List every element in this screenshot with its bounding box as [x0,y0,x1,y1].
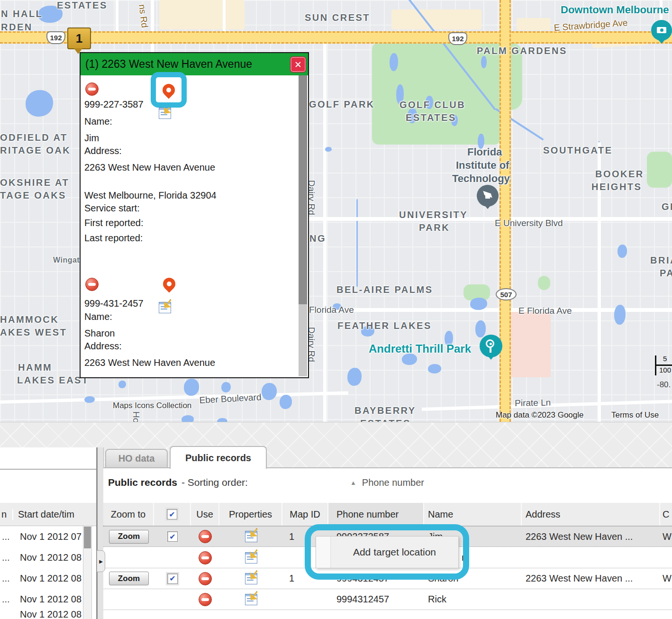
tab-ho-data[interactable]: HO data [105,449,168,468]
map-label: SUN CREST [305,12,370,23]
record-address: 2263 West New Haven Avenue [84,162,215,173]
column-header-use[interactable]: Use [191,503,219,526]
popup-title: (1) 2263 West New Haven Avenue [81,58,252,71]
map-label: BEL-AIRE PALMS [336,284,433,295]
pin-tail [487,355,495,364]
map-canvas[interactable]: ESTATESN HALLRDENSUN CRESTPALM GARDENSGO… [0,0,672,422]
highlight-annotation-menu [305,524,469,580]
cell-address: 2263 West New Haven ... [522,527,660,546]
table-row[interactable]: Nov 1 2012 08 [0,610,83,619]
map-label: UNIVERSITY [399,209,468,220]
column-header-start-datetime[interactable]: Start date/tim [13,509,96,520]
route-shield-192: 192 [448,32,467,45]
map-label: GOLF CLUB [400,100,465,110]
scale-feet: 5 [663,355,667,363]
tab-public-records[interactable]: Public records [170,446,267,469]
map-label: LAKES EAST [17,375,89,386]
terms-of-use-link[interactable]: Terms of Use [611,410,659,420]
column-header-city[interactable]: C [660,503,672,526]
map-label: TAGE OAKS [0,190,66,201]
close-icon[interactable]: ✕ [290,56,306,73]
remove-record-icon[interactable] [85,82,99,96]
remove-record-icon[interactable] [199,572,212,585]
zoom-button[interactable]: Zoom [109,572,149,585]
properties-form-icon[interactable] [159,108,171,119]
remove-record-icon[interactable] [199,530,212,543]
creek [356,199,358,287]
highlight-annotation-pin [151,72,187,108]
left-table-scrollbar[interactable] [83,526,92,619]
remove-record-icon[interactable] [199,593,212,606]
properties-form-icon[interactable] [245,573,257,584]
remove-record-icon[interactable] [85,278,99,291]
column-header-zoom-to[interactable]: Zoom to [103,503,154,526]
map-label: BOOKER [595,169,644,180]
cell-ellipsis: ... [0,594,15,605]
map-label: BAYBERRY [354,405,416,416]
route-shield-192: 192 [46,31,65,44]
table-row[interactable]: ... Nov 1 2012 07 [0,526,83,547]
select-all-checkbox[interactable]: ✔ [167,509,177,519]
camera-lens [660,28,663,32]
popup-header[interactable]: (1) 2263 West New Haven Avenue ✕ [81,53,308,75]
map-label: ODFIELD AT [0,132,68,143]
column-header-properties[interactable]: Properties [219,503,282,526]
right-table-header: Zoom to ✔ Use Properties Map ID Phone nu… [103,503,672,526]
highway-507 [499,0,511,422]
properties-form-icon[interactable] [245,552,257,564]
cell-city [660,547,672,568]
cell-map-id [282,589,328,610]
properties-form-icon[interactable] [245,531,257,542]
table-row[interactable]: ... Nov 1 2012 08 [0,589,83,610]
popup-scrollbar[interactable] [299,75,307,376]
properties-form-icon[interactable] [159,302,171,313]
map-label: Pirate Ln [515,398,551,409]
column-header-select-all[interactable]: ✔ [154,503,191,526]
record-address: 2263 West New Haven Avenue [84,357,215,368]
sorting-field[interactable]: Phone number [362,477,424,488]
zoom-button[interactable]: Zoom [109,530,149,544]
cell-address [522,547,660,568]
popup-scrollbar-thumb[interactable] [299,75,307,304]
column-header-address[interactable]: Address [522,503,660,526]
university-poi-pin-icon[interactable] [477,185,499,207]
map-label: E Florida Ave [518,306,572,316]
map-marker-1[interactable]: 1 [67,27,91,49]
last-reported-label: Last reported: [84,233,143,244]
pond [428,364,441,373]
use-checkbox[interactable]: ✔ [167,573,178,584]
remove-record-icon[interactable] [199,551,212,564]
use-checkbox[interactable]: ✔ [167,531,178,542]
column-header-phone-number[interactable]: Phone number [328,503,424,526]
sort-ascending-icon[interactable]: ▲ [350,479,356,486]
cell-address: 2263 West New Haven ... [522,568,660,589]
photo-poi-pin-icon[interactable] [651,20,672,41]
column-header-map-id[interactable]: Map ID [282,503,328,526]
theme-park-poi-pin-icon[interactable] [480,335,502,357]
cell-start-datetime: Nov 1 2012 08 [15,609,83,619]
properties-form-icon[interactable] [245,594,257,605]
cell-name: Rick [424,589,522,610]
cell-ellipsis: ... [0,552,15,563]
table-row[interactable]: ... Nov 1 2012 08 [0,547,83,568]
splitter-expand-handle[interactable]: ▶ [97,550,105,572]
app-root: { "colors":{"annotation":"#35b7dc","popu… [0,0,672,619]
column-header[interactable]: n [0,509,13,520]
map-label: Downtown Melbourne [561,4,669,16]
location-pin-icon[interactable] [160,81,178,99]
map-label: HAMM [18,362,52,373]
table-row[interactable]: ... Nov 1 2012 08 [0,568,83,589]
map-label: Ho [131,411,141,422]
record-name: Jim [84,133,99,144]
map-label: NG [309,233,326,244]
column-header-name[interactable]: Name [424,503,522,526]
sorting-bar: Public records - Sorting order: ▲ Phone … [108,477,424,488]
cell-city: W [660,568,672,589]
left-scrollbar-thumb[interactable] [84,527,91,548]
left-table-header: n Start date/tim [0,503,96,526]
cell-start-datetime: Nov 1 2012 07 [15,531,83,542]
table-row[interactable]: 9994312457 Rick [103,589,672,610]
pond [184,379,199,396]
map-attribution: Map data ©2023 Google [496,410,584,420]
location-pin-icon[interactable] [161,275,178,293]
